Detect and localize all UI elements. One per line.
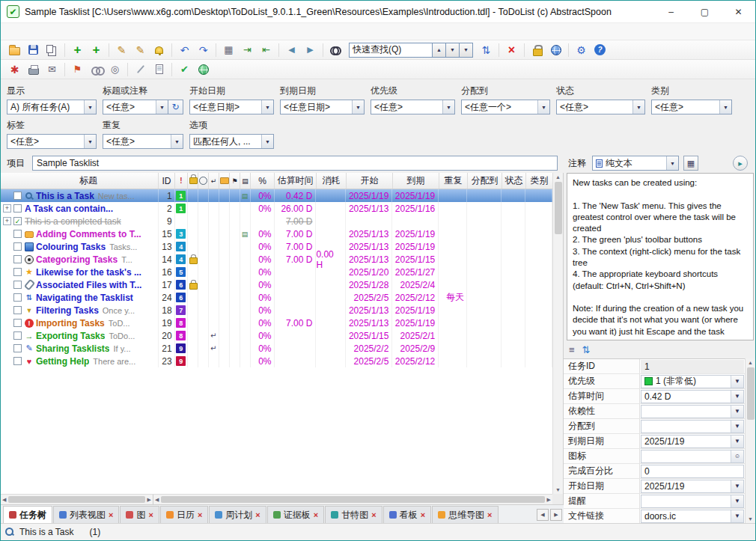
close-button[interactable]: ✕ [722, 1, 755, 22]
column-header-start[interactable]: 开始 [347, 173, 393, 189]
column-header-category[interactable]: 类别 [526, 173, 553, 189]
attribute-value-field[interactable]: 2025/1/19 ▼ [641, 435, 744, 448]
menu-item[interactable] [4, 30, 16, 33]
table-row[interactable]: Getting Help There are... 23 9 0% 2025/2… [1, 355, 552, 367]
view-tab[interactable]: 任务树 [3, 506, 52, 523]
table-row[interactable]: + A Task can contain... 2 1 0% 2 [1, 202, 552, 215]
undo-button[interactable]: ↶ [176, 42, 193, 58]
column-header-due[interactable]: 到期 [393, 173, 439, 189]
project-title-input[interactable]: Sample Tasklist [32, 156, 558, 171]
task-checkbox[interactable] [13, 192, 22, 200]
attribute-row[interactable]: 优先级 1 (非常低) ▼ [564, 374, 745, 389]
chevron-down-icon[interactable]: ▼ [719, 100, 731, 114]
tree-expander[interactable] [3, 293, 11, 302]
attributes-vertical-scrollbar[interactable]: ▲ ▼ [745, 358, 755, 523]
table-row[interactable]: Filtering Tasks Once y... 18 7 0% 2025/1… [1, 304, 552, 317]
scroll-left-icon[interactable]: ◀ [155, 497, 159, 503]
indent-right-button[interactable]: ⇥ [239, 42, 256, 58]
attribute-dropdown-button[interactable]: ▼ [731, 376, 743, 388]
chevron-down-icon[interactable]: ▼ [171, 135, 183, 148]
chevron-down-icon[interactable]: ▼ [537, 100, 549, 114]
attribute-row[interactable]: 文件链接 doors.ic ▼ [564, 509, 745, 523]
column-header-percent[interactable]: % [251, 173, 275, 189]
table-row[interactable]: Categorizing Tasks T... 14 4 0% 7.00 D 0… [1, 253, 552, 266]
view-tab[interactable]: 证据板 × [267, 506, 324, 523]
filter-combobox[interactable]: <任意> ▼ [651, 100, 732, 114]
menu-item[interactable] [64, 30, 76, 33]
tree-expander[interactable] [3, 255, 11, 263]
reminder-button[interactable] [150, 42, 168, 58]
column-header-recurrence[interactable]: 重复 [439, 173, 468, 189]
quick-find-prev-button[interactable]: ▲ [433, 43, 446, 58]
attribute-list-icon[interactable]: ≡ [569, 344, 575, 355]
tree-expander[interactable] [3, 344, 11, 352]
attribute-row[interactable]: 依赖性 ▼ [564, 404, 745, 419]
scroll-up-icon[interactable]: ▲ [748, 360, 753, 365]
prev-task-button[interactable]: ◀ [283, 42, 300, 58]
tree-expander[interactable] [3, 306, 11, 314]
column-header-return-icon[interactable]: ↵ [209, 173, 219, 189]
table-row[interactable]: Adding Comments to T... 15 3 ▤ 0% 7.00 D… [1, 227, 552, 240]
tab-scroll-right-icon[interactable]: ▶ [550, 509, 562, 521]
chevron-down-icon[interactable]: ▼ [261, 100, 273, 114]
view-tab[interactable]: 看板 × [383, 506, 431, 523]
attribute-value-field[interactable]: ▼ [641, 405, 744, 418]
attribute-row[interactable]: 分配到 ▼ [564, 419, 745, 434]
attribute-value-field[interactable]: ☺ [641, 450, 744, 463]
table-row[interactable]: Associated Files with T... 17 6 0% 2025/… [1, 278, 552, 291]
copy-button[interactable] [43, 42, 61, 58]
flag-task-button[interactable]: ⚑ [69, 61, 86, 78]
column-header-flag-icon[interactable]: ⚑ [230, 173, 240, 189]
attribute-value-field[interactable]: 0 [641, 465, 744, 478]
table-row[interactable]: Navigating the Tasklist 24 6 0% 2025/2/5 [1, 291, 552, 304]
column-header-priority-icon[interactable] [175, 173, 188, 189]
filter-combobox[interactable]: <任意一个> ▼ [461, 100, 550, 114]
tree-expander[interactable] [3, 268, 11, 276]
columns-pane-hscroll[interactable]: ◀ ▶ [153, 495, 552, 504]
tab-close-icon[interactable]: × [314, 510, 318, 519]
view-tab[interactable]: 思维导图 × [432, 506, 498, 523]
filter-combobox[interactable]: <任意日期> ▼ [280, 100, 365, 114]
scroll-down-icon[interactable]: ▼ [748, 516, 753, 522]
column-header-folder-icon[interactable] [219, 173, 230, 189]
chevron-down-icon[interactable]: ▼ [84, 100, 96, 114]
find-tasks-button[interactable] [327, 42, 344, 58]
attribute-row[interactable]: 完成百分比 0 [564, 464, 745, 479]
attribute-value-field[interactable]: ▼ [641, 495, 744, 508]
column-header-title[interactable]: 标题 [1, 173, 159, 189]
scrollbar-thumb[interactable] [8, 496, 144, 503]
edit-notes-button[interactable]: ✎ [132, 42, 149, 58]
attribute-value-field[interactable]: 2025/1/19 ▼ [641, 480, 744, 493]
comment-expand-button[interactable]: ▸ [733, 156, 748, 171]
filter-combobox[interactable]: 匹配任何人, ... ▼ [189, 134, 274, 149]
task-checkbox[interactable] [13, 331, 22, 340]
next-task-button[interactable]: ▶ [302, 42, 319, 58]
column-header-assigned[interactable]: 分配到 [468, 173, 502, 189]
column-header-clock-icon[interactable] [198, 173, 209, 189]
tab-close-icon[interactable]: × [148, 510, 153, 519]
menu-item[interactable] [88, 30, 100, 33]
chevron-down-icon[interactable]: ▼ [666, 156, 678, 170]
tab-close-icon[interactable]: × [198, 510, 202, 519]
attribute-row[interactable]: 到期日期 2025/1/19 ▼ [564, 434, 745, 449]
tree-expander[interactable] [3, 281, 11, 289]
menu-item[interactable] [52, 30, 64, 33]
column-header-spent[interactable]: 消耗 [317, 173, 347, 189]
tab-close-icon[interactable]: × [421, 510, 425, 519]
task-checkbox[interactable]: ✓ [13, 217, 22, 225]
spellcheck-button[interactable]: ✱ [6, 61, 23, 78]
attribute-value-field[interactable]: 0.42 D ▼ [641, 390, 744, 403]
attribute-sort-icon[interactable]: ⇅ [582, 344, 591, 355]
view-tab[interactable]: 列表视图 × [53, 506, 119, 523]
tab-close-icon[interactable]: × [371, 510, 376, 519]
attribute-value-field[interactable]: doors.ic ▼ [641, 510, 744, 523]
tree-expander[interactable] [3, 242, 11, 251]
column-header-lock-icon[interactable] [188, 173, 198, 189]
task-checkbox[interactable] [13, 344, 22, 352]
attribute-row[interactable]: 开始日期 2025/1/19 ▼ [564, 479, 745, 494]
table-row[interactable]: Exporting Tasks ToDo... 20 8 ↵ 0% 2025/1… [1, 329, 552, 342]
view-tab[interactable]: 日历 × [160, 506, 208, 523]
task-checkbox[interactable] [13, 281, 22, 289]
tab-close-icon[interactable]: × [255, 510, 260, 519]
task-comments[interactable]: New tasks can be created using: 1. The '… [567, 173, 754, 340]
